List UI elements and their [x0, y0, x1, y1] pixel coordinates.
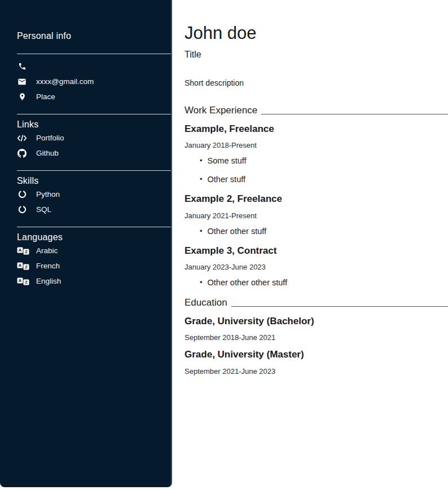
- github-icon: [17, 149, 27, 158]
- job-bullets: Other other other stuff: [185, 279, 448, 287]
- job-bullets: Other other stuff: [185, 227, 448, 236]
- svg-text:Z: Z: [25, 249, 28, 254]
- sidebar: Personal info xxxx@gmail.com Place Links…: [0, 0, 172, 487]
- language-row-arabic: AZ Arabic: [17, 243, 171, 258]
- education-heading-label: Education: [185, 297, 227, 308]
- skill-row-sql: SQL: [17, 202, 171, 217]
- code-icon: [17, 134, 27, 142]
- portfolio-link-label: Portfolio: [36, 134, 64, 142]
- education-heading: Education: [185, 297, 448, 308]
- divider: [17, 227, 171, 227]
- phone-row: [17, 59, 171, 74]
- skill-row-python: Python: [17, 187, 171, 202]
- divider: [17, 170, 171, 171]
- email-icon: [17, 77, 27, 86]
- work-experience-heading: Work Experience: [185, 105, 448, 116]
- place-label: Place: [36, 92, 55, 101]
- divider: [17, 114, 171, 114]
- translate-icon: AZ: [17, 247, 29, 255]
- place-row: Place: [17, 89, 171, 104]
- language-row-french: AZ French: [17, 258, 171, 273]
- degree-entry: Grade, University (Bachelor) September 2…: [185, 316, 448, 342]
- language-row-english: AZ English: [17, 273, 171, 289]
- degree-title: Grade, University (Bachelor): [185, 316, 448, 327]
- github-link-row[interactable]: Github: [17, 145, 171, 161]
- phone-icon: [17, 62, 27, 70]
- job-dates: January 2018-Present: [185, 141, 448, 149]
- job-dates: January 2023-June 2023: [185, 263, 448, 271]
- svg-text:A: A: [19, 263, 22, 268]
- svg-text:A: A: [19, 248, 22, 253]
- job-bullet: Other other other stuff: [200, 279, 448, 287]
- degree-dates: September 2021-June 2023: [185, 367, 448, 376]
- links-heading: Links: [17, 119, 171, 130]
- job-bullet: Other stuff: [200, 175, 448, 184]
- job-title: Example 2, Freelance: [185, 193, 448, 205]
- divider: [17, 54, 171, 54]
- job-dates: January 2021-Present: [185, 211, 448, 220]
- work-experience-heading-label: Work Experience: [185, 105, 257, 116]
- svg-text:Z: Z: [25, 280, 28, 285]
- languages-heading: Languages: [17, 232, 171, 243]
- job-entry: Example 2, Freelance January 2021-Presen…: [185, 193, 448, 235]
- job-bullet: Some stuff: [200, 157, 448, 165]
- circle-notch-icon: [17, 205, 27, 214]
- skills-heading: Skills: [17, 175, 171, 187]
- heading-rule: [261, 114, 448, 114]
- job-bullet: Other other stuff: [200, 227, 448, 236]
- heading-rule: [231, 306, 448, 307]
- degree-dates: September 2018-June 2021: [185, 333, 448, 342]
- translate-icon: AZ: [17, 262, 29, 270]
- degree-entry: Grade, University (Master) September 202…: [185, 349, 448, 375]
- job-bullets: Some stuff Other stuff: [185, 157, 448, 183]
- svg-text:Z: Z: [25, 264, 28, 270]
- skill-label: Python: [36, 190, 60, 198]
- skill-label: SQL: [36, 205, 51, 214]
- language-label: French: [36, 262, 60, 270]
- job-title: Example, Freelance: [185, 123, 448, 135]
- job-entry: Example 3, Contract January 2023-June 20…: [185, 245, 448, 287]
- email-label: xxxx@gmail.com: [36, 77, 94, 86]
- person-title: Title: [185, 50, 448, 60]
- job-title: Example 3, Contract: [185, 245, 448, 257]
- language-label: Arabic: [36, 246, 58, 255]
- short-description: Short description: [185, 78, 448, 87]
- personal-info-heading: Personal info: [17, 30, 171, 42]
- email-row[interactable]: xxxx@gmail.com: [17, 74, 171, 89]
- person-name: John doe: [185, 24, 448, 43]
- language-label: English: [36, 277, 61, 285]
- resume-body: John doe Title Short description Work Ex…: [173, 0, 448, 376]
- degree-title: Grade, University (Master): [185, 349, 448, 360]
- place-icon: [17, 92, 27, 101]
- job-entry: Example, Freelance January 2018-Present …: [185, 123, 448, 183]
- github-link-label: Github: [36, 149, 59, 157]
- translate-icon: AZ: [17, 277, 29, 285]
- circle-notch-icon: [17, 190, 27, 198]
- svg-text:A: A: [19, 278, 22, 283]
- portfolio-link-row[interactable]: Portfolio: [17, 130, 171, 145]
